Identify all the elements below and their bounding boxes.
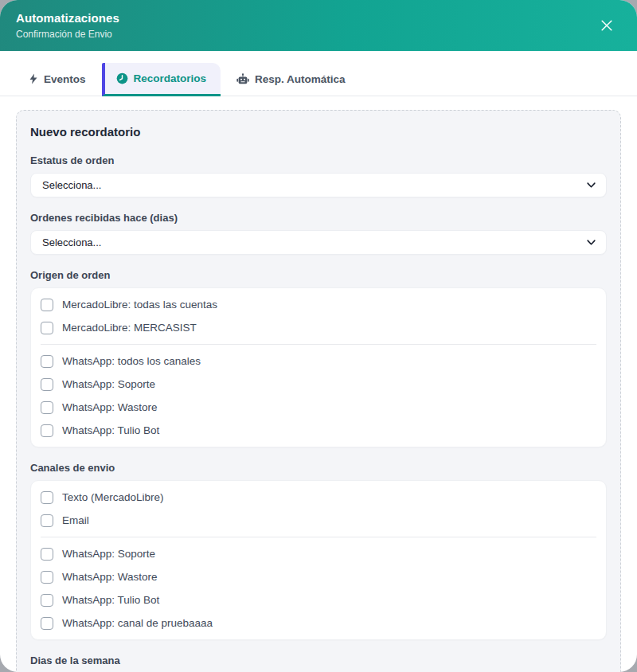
ordenes-dias-select-value: Selecciona... xyxy=(42,236,101,248)
checkbox-row-mercadolibre-mercasist[interactable]: MercadoLibre: MERCASIST xyxy=(31,316,606,339)
checkbox-label: WhatsApp: todos los canales xyxy=(62,355,201,367)
lightning-icon xyxy=(29,73,38,84)
checkbox-label: WhatsApp: Tulio Bot xyxy=(62,594,159,606)
checkbox-row-email[interactable]: Email xyxy=(31,509,606,532)
checkbox[interactable] xyxy=(41,571,53,584)
ordenes-dias-select[interactable]: Selecciona... xyxy=(30,230,607,255)
checkbox-row-whatsapp-wastore[interactable]: WhatsApp: Wastore xyxy=(31,396,606,419)
checkbox-label: WhatsApp: Soporte xyxy=(62,378,155,390)
checkbox-row-whatsapp-todos[interactable]: WhatsApp: todos los canales xyxy=(31,350,606,373)
chevron-down-icon xyxy=(587,182,596,188)
origen-label: Origen de orden xyxy=(30,269,607,281)
tab-eventos[interactable]: Eventos xyxy=(25,62,89,96)
tab-recordatorios-label: Recordatorios xyxy=(134,72,207,84)
close-button[interactable] xyxy=(596,14,618,37)
checkbox-label: MercadoLibre: MERCASIST xyxy=(62,322,197,334)
checkbox-row-canal-pruebaaaa[interactable]: WhatsApp: canal de pruebaaaa xyxy=(31,611,606,635)
new-reminder-card: Nuevo recordatorio Estatus de orden Sele… xyxy=(16,110,621,672)
group-divider xyxy=(41,344,596,345)
checkbox-row-mercadolibre-todas[interactable]: MercadoLibre: todas las cuentas xyxy=(31,293,606,316)
checkbox-label: WhatsApp: Soporte xyxy=(62,548,155,560)
checkbox[interactable] xyxy=(41,299,53,311)
chevron-down-icon xyxy=(587,240,596,245)
checkbox[interactable] xyxy=(41,514,53,527)
checkbox[interactable] xyxy=(41,491,53,504)
checkbox[interactable] xyxy=(41,355,53,368)
close-icon xyxy=(599,18,615,33)
checkbox-row-canal-soporte[interactable]: WhatsApp: Soporte xyxy=(31,542,606,565)
checkbox-row-whatsapp-tulio-bot[interactable]: WhatsApp: Tulio Bot xyxy=(31,419,606,442)
canales-checkbox-group: Texto (MercadoLibre) Email WhatsApp: Sop… xyxy=(30,480,607,640)
card-title: Nuevo recordatorio xyxy=(30,125,607,139)
modal-header: Automatizaciones Confirmación de Envio xyxy=(0,0,637,51)
checkbox-label: WhatsApp: Wastore xyxy=(62,571,158,583)
checkbox-label: WhatsApp: Wastore xyxy=(62,401,158,413)
tab-resp-automatica-label: Resp. Automática xyxy=(255,73,346,85)
checkbox[interactable] xyxy=(41,548,53,561)
estatus-select[interactable]: Selecciona... xyxy=(30,173,607,197)
group-divider xyxy=(41,537,596,537)
dias-semana-label: Dias de la semana xyxy=(30,654,607,666)
checkbox-label: MercadoLibre: todas las cuentas xyxy=(62,299,217,311)
tab-bar: Eventos Recordatorios xyxy=(0,51,637,96)
checkbox[interactable] xyxy=(41,378,53,391)
automations-modal: Automatizaciones Confirmación de Envio E… xyxy=(0,0,637,672)
ordenes-dias-label: Ordenes recibidas hace (dias) xyxy=(30,212,607,224)
checkbox[interactable] xyxy=(41,617,53,630)
checkbox-label: WhatsApp: canal de pruebaaaa xyxy=(62,617,213,629)
modal-title: Automatizaciones xyxy=(16,11,119,25)
checkbox-label: Texto (MercadoLibre) xyxy=(62,491,164,503)
tab-eventos-label: Eventos xyxy=(44,73,86,85)
checkbox[interactable] xyxy=(41,401,53,414)
estatus-select-value: Selecciona... xyxy=(42,179,101,191)
checkbox-label: WhatsApp: Tulio Bot xyxy=(62,424,159,436)
checkbox[interactable] xyxy=(41,322,53,334)
checkbox-row-whatsapp-soporte[interactable]: WhatsApp: Soporte xyxy=(31,373,606,396)
checkbox-label: Email xyxy=(62,514,89,526)
tab-resp-automatica[interactable]: Resp. Automática xyxy=(233,62,349,96)
canales-label: Canales de envio xyxy=(30,462,607,474)
checkbox-row-texto-mercadolibre[interactable]: Texto (MercadoLibre) xyxy=(31,486,606,509)
checkbox-row-canal-wastore[interactable]: WhatsApp: Wastore xyxy=(31,565,606,588)
robot-icon xyxy=(236,73,249,85)
checkbox[interactable] xyxy=(41,424,53,437)
modal-subtitle: Confirmación de Envio xyxy=(16,29,119,40)
checkbox[interactable] xyxy=(41,594,53,607)
tab-recordatorios[interactable]: Recordatorios xyxy=(102,63,221,96)
estatus-label: Estatus de orden xyxy=(30,154,607,166)
modal-header-text: Automatizaciones Confirmación de Envio xyxy=(16,11,119,40)
clock-icon xyxy=(116,72,128,84)
origen-checkbox-group: MercadoLibre: todas las cuentas MercadoL… xyxy=(30,287,607,447)
checkbox-row-canal-tulio-bot[interactable]: WhatsApp: Tulio Bot xyxy=(31,588,606,611)
